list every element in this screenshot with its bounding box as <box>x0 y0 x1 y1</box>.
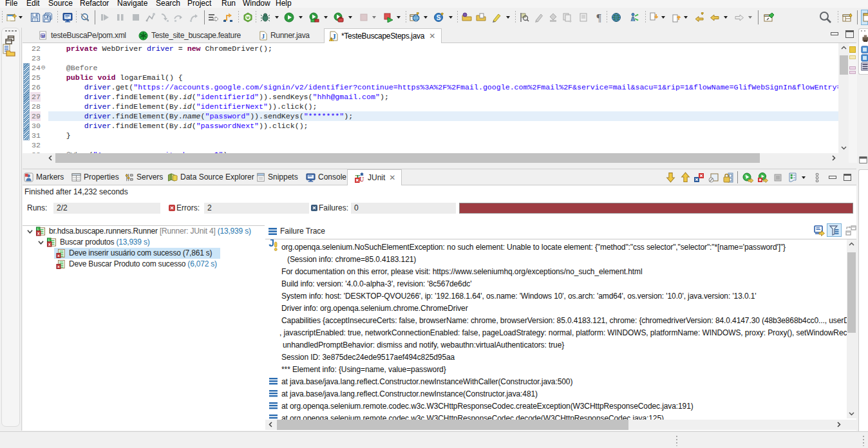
svg-text:S: S <box>437 14 441 21</box>
svg-text:J: J <box>261 32 265 39</box>
svg-text:M: M <box>41 33 44 38</box>
svg-text:x: x <box>37 231 40 236</box>
svg-text:¶: ¶ <box>596 12 601 23</box>
svg-text:U: U <box>359 175 364 183</box>
svg-text:x: x <box>48 242 51 247</box>
